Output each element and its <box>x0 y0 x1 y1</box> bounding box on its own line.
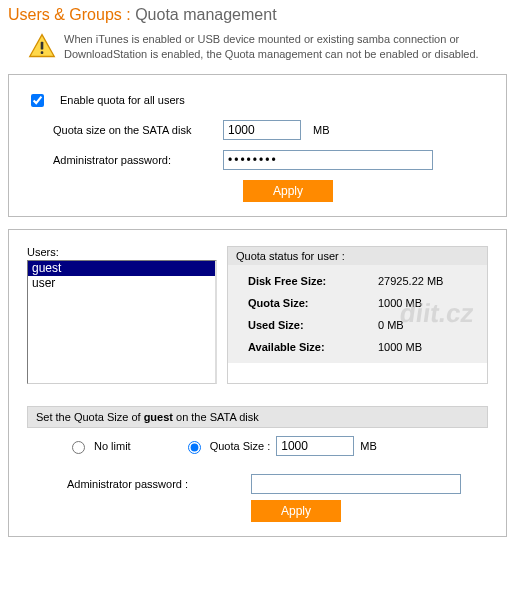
no-limit-label: No limit <box>94 440 131 452</box>
used-size-label: Used Size: <box>248 319 378 331</box>
admin-password-label2: Administrator password : <box>67 478 237 490</box>
quota-status-heading: Quota status for user : <box>228 247 487 265</box>
users-listbox[interactable]: guestuser <box>27 260 217 384</box>
admin-password-label: Administrator password: <box>27 154 217 166</box>
user-quota-input[interactable] <box>276 436 354 456</box>
list-item[interactable]: guest <box>28 261 215 276</box>
admin-password-input[interactable] <box>223 150 433 170</box>
used-size-value: 0 MB <box>378 319 404 331</box>
quota-global-panel: Enable quota for all users Quota size on… <box>8 74 507 217</box>
disk-free-label: Disk Free Size: <box>248 275 378 287</box>
svg-rect-2 <box>41 51 44 54</box>
warning-text: When iTunes is enabled or USB device mou… <box>64 32 495 62</box>
page-header: Users & Groups : Quota management <box>0 0 515 28</box>
quota-size-input[interactable] <box>223 120 301 140</box>
unit-mb2: MB <box>360 440 377 452</box>
set-quota-post: on the SATA disk <box>173 411 259 423</box>
warning-icon <box>28 32 56 64</box>
disk-free-value: 27925.22 MB <box>378 275 443 287</box>
quota-size-label: Quota size on the SATA disk <box>27 124 217 136</box>
admin-password-input2[interactable] <box>251 474 461 494</box>
quota-size-label2: Quota Size: <box>248 297 378 309</box>
unit-mb: MB <box>313 124 330 136</box>
set-quota-user: guest <box>144 411 173 423</box>
quota-status-box: Quota status for user : Disk Free Size: … <box>227 246 488 384</box>
available-size-label: Available Size: <box>248 341 378 353</box>
svg-rect-1 <box>41 42 44 50</box>
section-title: Users & Groups : <box>8 6 131 23</box>
set-quota-heading: Set the Quota Size of guest on the SATA … <box>27 406 488 428</box>
quota-size-radio-label: Quota Size : <box>210 440 271 452</box>
enable-quota-checkbox[interactable] <box>31 94 44 107</box>
enable-quota-label: Enable quota for all users <box>60 94 185 106</box>
warning-notice: When iTunes is enabled or USB device mou… <box>0 28 515 74</box>
apply-button[interactable]: Apply <box>243 180 333 202</box>
quota-user-panel: Users: guestuser Quota status for user :… <box>8 229 507 537</box>
apply-button2[interactable]: Apply <box>251 500 341 522</box>
quota-size-radio[interactable] <box>188 441 201 454</box>
quota-size-value: 1000 MB <box>378 297 422 309</box>
list-item[interactable]: user <box>28 276 215 291</box>
users-label: Users: <box>27 246 217 258</box>
available-size-value: 1000 MB <box>378 341 422 353</box>
set-quota-pre: Set the Quota Size of <box>36 411 144 423</box>
page-title: Quota management <box>135 6 276 23</box>
no-limit-radio[interactable] <box>72 441 85 454</box>
